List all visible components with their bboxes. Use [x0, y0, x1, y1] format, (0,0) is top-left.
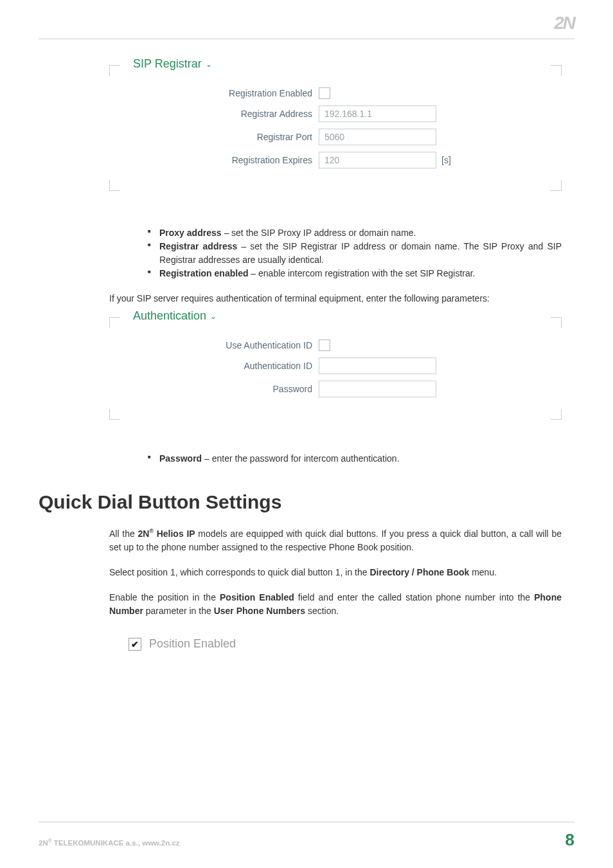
sip-registrar-title: SIP Registrar: [133, 57, 202, 71]
quick-dial-heading: Quick Dial Button Settings: [39, 491, 562, 513]
registrar-address-input[interactable]: [319, 105, 436, 122]
position-enabled-checkbox[interactable]: ✔: [129, 638, 141, 651]
password-input[interactable]: [319, 381, 436, 397]
use-auth-id-label: Use Authentication ID: [110, 340, 319, 350]
quick-dial-p3: Enable the position in the Position Enab…: [109, 591, 562, 618]
chevron-down-icon: ⌄: [206, 60, 212, 69]
registrar-address-row: Registrar Address: [110, 105, 545, 122]
bullets-group-1: Proxy address – set the SIP Proxy IP add…: [109, 226, 562, 280]
registration-expires-row: Registration Expires [s]: [110, 152, 545, 168]
registration-enabled-row: Registration Enabled: [110, 87, 545, 99]
footer-text: TELEKOMUNIKACE a.s., www.2n.cz: [52, 839, 180, 847]
registrar-port-label: Registrar Port: [110, 132, 319, 142]
text: Enable the position in the: [109, 592, 220, 602]
registrar-port-input[interactable]: [319, 129, 436, 145]
bullet-text: – set the SIP Proxy IP address or domain…: [222, 228, 416, 238]
bold-text: Helios IP: [154, 529, 195, 539]
registration-enabled-checkbox[interactable]: [319, 87, 330, 99]
bold-text: User Phone Numbers: [214, 606, 305, 616]
text: All the: [109, 529, 138, 539]
authentication-title: Authentication: [133, 309, 206, 323]
quick-dial-p2: Select position 1, which corresponds to …: [109, 566, 562, 579]
page-header: 2N: [39, 13, 574, 39]
auth-intro-paragraph: If your SIP server requires authenticati…: [109, 292, 562, 305]
bold-text: Registration enabled: [159, 268, 248, 278]
bold-text: 2N: [138, 529, 149, 539]
bullet-text: – enter the password for intercom authen…: [202, 453, 399, 464]
sip-registrar-legend[interactable]: SIP Registrar ⌄: [128, 57, 217, 71]
auth-id-input[interactable]: [319, 357, 436, 374]
footer-company: 2N® TELEKOMUNIKACE a.s., www.2n.cz: [39, 838, 180, 847]
auth-id-row: Authentication ID: [110, 357, 545, 374]
bold-text: Directory / Phone Book: [369, 567, 469, 577]
position-enabled-label: Position Enabled: [149, 637, 236, 651]
authentication-legend[interactable]: Authentication ⌄: [128, 309, 222, 323]
bullet-registrar-address: Registrar address – set the SIP Registra…: [148, 240, 562, 267]
registrar-address-label: Registrar Address: [110, 109, 319, 119]
password-row: Password: [110, 381, 545, 397]
sip-registrar-fieldset: SIP Registrar ⌄ Registration Enabled Reg…: [109, 65, 562, 191]
registration-expires-label: Registration Expires: [110, 155, 319, 165]
bold-text: Position Enabled: [220, 592, 294, 602]
text: Select position 1, which corresponds to …: [109, 567, 369, 577]
page-number: 8: [565, 830, 574, 850]
registrar-port-row: Registrar Port: [110, 129, 545, 145]
position-enabled-row: ✔ Position Enabled: [129, 637, 562, 651]
bullet-proxy-address: Proxy address – set the SIP Proxy IP add…: [148, 226, 562, 240]
chevron-down-icon: ⌄: [210, 312, 217, 321]
page-footer: 2N® TELEKOMUNIKACE a.s., www.2n.cz 8: [39, 822, 574, 850]
use-auth-id-row: Use Authentication ID: [110, 339, 545, 351]
text: field and enter the called station phone…: [294, 592, 534, 602]
bullet-registration-enabled: Registration enabled – enable intercom r…: [148, 267, 562, 280]
auth-id-label: Authentication ID: [110, 361, 319, 371]
bold-text: Password: [159, 453, 202, 464]
text: parameter in the: [143, 606, 214, 616]
password-label: Password: [110, 384, 319, 394]
registered-symbol: ®: [149, 528, 154, 534]
bold-text: Registrar address: [159, 241, 237, 251]
text: menu.: [469, 567, 497, 577]
text: section.: [305, 606, 339, 616]
bold-text: Proxy address: [159, 228, 222, 238]
footer-text: 2N: [39, 839, 48, 847]
use-auth-id-checkbox[interactable]: [319, 339, 330, 351]
registration-enabled-label: Registration Enabled: [110, 88, 319, 98]
logo-2n: 2N: [554, 13, 574, 33]
registration-expires-unit: [s]: [441, 155, 451, 165]
bullet-text: – enable intercom registration with the …: [248, 268, 475, 278]
quick-dial-p1: All the 2N® Helios IP models are equippe…: [109, 527, 562, 554]
bullet-password: Password – enter the password for interc…: [148, 452, 562, 466]
authentication-fieldset: Authentication ⌄ Use Authentication ID A…: [109, 317, 562, 420]
registration-expires-input[interactable]: [319, 152, 436, 168]
bullets-group-2: Password – enter the password for interc…: [109, 452, 562, 466]
